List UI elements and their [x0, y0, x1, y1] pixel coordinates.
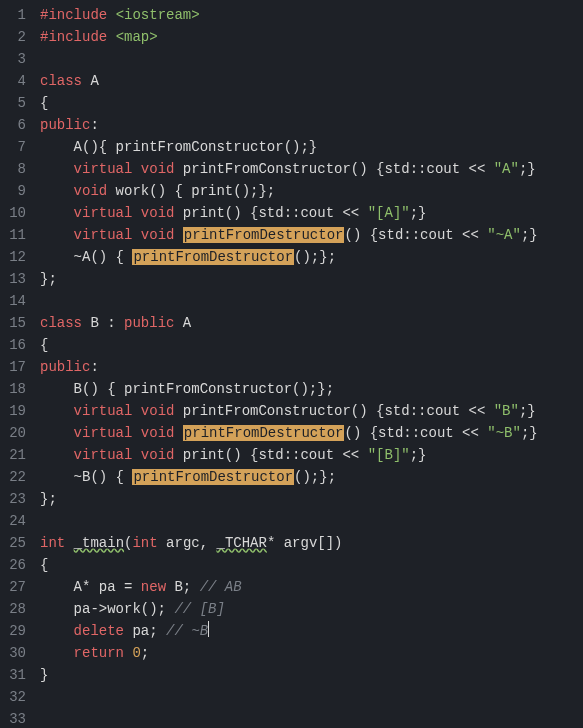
token: ;} — [519, 403, 536, 419]
code-line[interactable]: class A — [40, 70, 538, 92]
code-line[interactable]: }; — [40, 488, 538, 510]
line-number: 27 — [0, 576, 26, 598]
token — [174, 227, 182, 243]
token: A* pa = — [40, 579, 141, 595]
code-line[interactable]: ~A() { printFromDestructor();}; — [40, 246, 538, 268]
line-number: 20 — [0, 422, 26, 444]
token: #include — [40, 29, 116, 45]
code-line[interactable]: virtual void print() {std::cout << "[A]"… — [40, 202, 538, 224]
code-line[interactable]: A* pa = new B; // AB — [40, 576, 538, 598]
code-line[interactable]: int _tmain(int argc, _TCHAR* argv[]) — [40, 532, 538, 554]
token: A — [82, 73, 99, 89]
token: ();}; — [294, 469, 336, 485]
code-line[interactable]: public: — [40, 114, 538, 136]
code-area[interactable]: #include <iostream>#include <map> class … — [32, 0, 538, 728]
code-line[interactable] — [40, 686, 538, 708]
token: printFromDestructor — [183, 227, 345, 243]
token: int — [40, 535, 65, 551]
code-line[interactable]: { — [40, 334, 538, 356]
token — [132, 447, 140, 463]
token — [132, 403, 140, 419]
code-line[interactable]: #include <iostream> — [40, 4, 538, 26]
token: public — [124, 315, 174, 331]
token: pa->work(); — [40, 601, 174, 617]
code-line[interactable] — [40, 708, 538, 728]
code-line[interactable]: virtual void printFromConstructor() {std… — [40, 400, 538, 422]
line-number: 15 — [0, 312, 26, 334]
token: "B" — [494, 403, 519, 419]
token: virtual — [74, 205, 133, 221]
token: virtual — [74, 403, 133, 419]
token: void — [141, 403, 175, 419]
line-number: 23 — [0, 488, 26, 510]
token — [132, 227, 140, 243]
token: "~B" — [487, 425, 521, 441]
code-line[interactable]: virtual void printFromConstructor() {std… — [40, 158, 538, 180]
code-line[interactable] — [40, 48, 538, 70]
token: // [B] — [174, 601, 224, 617]
token: 0 — [132, 645, 140, 661]
token — [40, 161, 74, 177]
token: delete — [74, 623, 124, 639]
code-line[interactable]: A(){ printFromConstructor();} — [40, 136, 538, 158]
code-line[interactable]: virtual void print() {std::cout << "[B]"… — [40, 444, 538, 466]
line-number: 21 — [0, 444, 26, 466]
token: class — [40, 315, 82, 331]
token: work() { print();}; — [107, 183, 275, 199]
token — [40, 183, 74, 199]
code-line[interactable]: { — [40, 554, 538, 576]
token: int — [132, 535, 157, 551]
line-number: 19 — [0, 400, 26, 422]
code-line[interactable]: public: — [40, 356, 538, 378]
token: () {std::cout << — [344, 227, 487, 243]
token: ;} — [410, 447, 427, 463]
token: "[A]" — [368, 205, 410, 221]
code-line[interactable]: virtual void printFromDestructor() {std:… — [40, 224, 538, 246]
token: } — [40, 667, 48, 683]
code-line[interactable] — [40, 510, 538, 532]
token: <iostream> — [116, 7, 200, 23]
token: B : — [82, 315, 124, 331]
line-number: 12 — [0, 246, 26, 268]
code-line[interactable]: virtual void printFromDestructor() {std:… — [40, 422, 538, 444]
token — [40, 425, 74, 441]
line-number: 29 — [0, 620, 26, 642]
token: ;} — [519, 161, 536, 177]
token: #include — [40, 7, 116, 23]
line-number: 32 — [0, 686, 26, 708]
code-line[interactable]: #include <map> — [40, 26, 538, 48]
token: virtual — [74, 161, 133, 177]
code-line[interactable]: }; — [40, 268, 538, 290]
token — [40, 205, 74, 221]
code-line[interactable]: delete pa; // ~B — [40, 620, 538, 642]
code-line[interactable]: { — [40, 92, 538, 114]
code-line[interactable]: class B : public A — [40, 312, 538, 334]
code-line[interactable]: void work() { print();}; — [40, 180, 538, 202]
token: ; — [141, 645, 149, 661]
line-number: 24 — [0, 510, 26, 532]
token: "[B]" — [368, 447, 410, 463]
code-line[interactable]: ~B() { printFromDestructor();}; — [40, 466, 538, 488]
code-line[interactable] — [40, 290, 538, 312]
line-number: 1 — [0, 4, 26, 26]
token: printFromDestructor — [183, 425, 345, 441]
token: void — [141, 425, 175, 441]
line-number: 4 — [0, 70, 26, 92]
token: print() {std::cout << — [174, 447, 367, 463]
code-line[interactable]: } — [40, 664, 538, 686]
token: virtual — [74, 447, 133, 463]
token: ;} — [521, 227, 538, 243]
token — [40, 227, 74, 243]
token — [65, 535, 73, 551]
line-number: 11 — [0, 224, 26, 246]
token: { — [40, 95, 48, 111]
token: () {std::cout << — [344, 425, 487, 441]
code-line[interactable]: pa->work(); // [B] — [40, 598, 538, 620]
token: _TCHAR — [216, 535, 266, 551]
token: class — [40, 73, 82, 89]
token: ~A() { — [40, 249, 132, 265]
token: void — [141, 227, 175, 243]
code-line[interactable]: B() { printFromConstructor();}; — [40, 378, 538, 400]
code-line[interactable]: return 0; — [40, 642, 538, 664]
line-number: 5 — [0, 92, 26, 114]
